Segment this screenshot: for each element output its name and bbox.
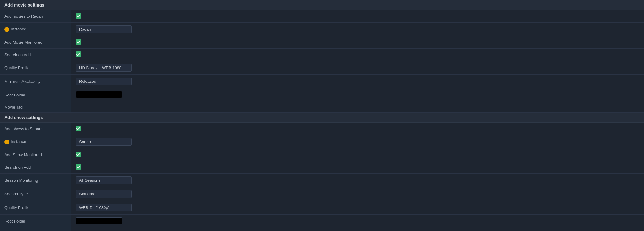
value-show-instance[interactable]: Sonarr: [71, 135, 644, 149]
value-add-shows-to-sonarr[interactable]: [71, 123, 644, 135]
row-movie-instance: !InstanceRadarr: [0, 23, 644, 36]
label-text-movie-minimum-availability: Minimum Availability: [4, 79, 41, 84]
checkbox-movie-search-on-add[interactable]: [76, 51, 81, 57]
value-add-movies-to-radarr[interactable]: [71, 10, 644, 23]
label-text-show-season-monitoring: Season Monitoring: [4, 178, 38, 183]
row-show-season-type: Season TypeStandard: [0, 187, 644, 201]
label-text-show-quality-profile: Quality Profile: [4, 205, 29, 210]
label-movie-quality-profile: Quality Profile: [0, 61, 71, 75]
value-movie-search-on-add[interactable]: [71, 49, 644, 61]
label-add-show-monitored: Add Show Monitored: [0, 149, 71, 161]
section-title-add-show-settings: Add show settings: [0, 113, 644, 123]
label-movie-root-folder: Root Folder: [0, 88, 71, 102]
label-show-season-monitoring: Season Monitoring: [0, 174, 71, 187]
warning-icon: !: [4, 140, 9, 144]
rootfolder-movie-root-folder[interactable]: [76, 91, 122, 98]
label-text-show-search-on-add: Search on Add: [4, 165, 31, 170]
section-header-add-show-settings: Add show settings: [0, 113, 644, 123]
label-show-quality-profile: Quality Profile: [0, 201, 71, 215]
label-show-root-folder: Root Folder: [0, 215, 71, 228]
dropdown-movie-minimum-availability[interactable]: Released: [76, 78, 132, 85]
row-movie-tag: Movie Tag: [0, 102, 644, 113]
value-movie-root-folder[interactable]: [71, 88, 644, 102]
label-text-movie-tag: Movie Tag: [4, 105, 23, 109]
row-add-movie-monitored: Add Movie Monitored: [0, 36, 644, 49]
value-show-quality-profile[interactable]: WEB-DL [1080p]: [71, 201, 644, 215]
label-add-shows-to-sonarr: Add shows to Sonarr: [0, 123, 71, 135]
label-show-season-type: Season Type: [0, 187, 71, 201]
label-add-movies-to-radarr: Add movies to Radarr: [0, 10, 71, 23]
dropdown-movie-quality-profile[interactable]: HD Bluray + WEB 1080p: [76, 64, 132, 72]
label-show-search-on-add: Search on Add: [0, 161, 71, 174]
label-add-movie-monitored: Add Movie Monitored: [0, 36, 71, 49]
label-movie-instance: !Instance: [0, 23, 71, 36]
row-movie-search-on-add: Search on Add: [0, 49, 644, 61]
label-text-show-root-folder: Root Folder: [4, 219, 25, 224]
dropdown-show-season-type[interactable]: Standard: [76, 190, 132, 198]
warning-icon: !: [4, 27, 9, 32]
label-text-movie-root-folder: Root Folder: [4, 93, 25, 97]
row-movie-minimum-availability: Minimum AvailabilityReleased: [0, 75, 644, 88]
value-add-movie-monitored[interactable]: [71, 36, 644, 49]
value-movie-instance[interactable]: Radarr: [71, 23, 644, 36]
row-show-season-monitoring: Season MonitoringAll Seasons: [0, 174, 644, 187]
checkbox-show-search-on-add[interactable]: [76, 164, 81, 170]
label-text-add-show-monitored: Add Show Monitored: [4, 153, 42, 157]
label-text-show-instance: Instance: [11, 139, 26, 144]
row-show-instance: !InstanceSonarr: [0, 135, 644, 149]
dropdown-show-quality-profile[interactable]: WEB-DL [1080p]: [76, 204, 132, 211]
value-movie-tag: [71, 102, 644, 113]
checkbox-add-shows-to-sonarr[interactable]: [76, 126, 81, 131]
rootfolder-show-root-folder[interactable]: [76, 217, 122, 224]
row-show-tag: Show Tag: [0, 228, 644, 231]
checkbox-add-movie-monitored[interactable]: [76, 39, 81, 45]
settings-table: Add movie settingsAdd movies to Radarr!I…: [0, 0, 644, 231]
row-add-movies-to-radarr: Add movies to Radarr: [0, 10, 644, 23]
value-movie-quality-profile[interactable]: HD Bluray + WEB 1080p: [71, 61, 644, 75]
label-text-add-movies-to-radarr: Add movies to Radarr: [4, 14, 43, 19]
value-add-show-monitored[interactable]: [71, 149, 644, 161]
value-show-search-on-add[interactable]: [71, 161, 644, 174]
label-movie-search-on-add: Search on Add: [0, 49, 71, 61]
label-text-movie-search-on-add: Search on Add: [4, 52, 31, 57]
row-show-search-on-add: Search on Add: [0, 161, 644, 174]
label-movie-tag: Movie Tag: [0, 102, 71, 113]
section-title-add-movie-settings: Add movie settings: [0, 0, 644, 10]
row-movie-root-folder: Root Folder: [0, 88, 644, 102]
label-text-show-season-type: Season Type: [4, 192, 28, 196]
row-add-shows-to-sonarr: Add shows to Sonarr: [0, 123, 644, 135]
dropdown-show-instance[interactable]: Sonarr: [76, 138, 132, 146]
row-show-quality-profile: Quality ProfileWEB-DL [1080p]: [0, 201, 644, 215]
section-header-add-movie-settings: Add movie settings: [0, 0, 644, 10]
label-text-add-movie-monitored: Add Movie Monitored: [4, 40, 42, 45]
row-add-show-monitored: Add Show Monitored: [0, 149, 644, 161]
label-text-movie-quality-profile: Quality Profile: [4, 65, 29, 70]
label-text-movie-instance: Instance: [11, 27, 26, 31]
label-text-add-shows-to-sonarr: Add shows to Sonarr: [4, 127, 42, 131]
dropdown-show-season-monitoring[interactable]: All Seasons: [76, 176, 132, 184]
value-show-tag: [71, 228, 644, 231]
checkbox-add-movies-to-radarr[interactable]: [76, 13, 81, 19]
value-show-root-folder[interactable]: [71, 215, 644, 228]
value-movie-minimum-availability[interactable]: Released: [71, 75, 644, 88]
value-show-season-monitoring[interactable]: All Seasons: [71, 174, 644, 187]
value-show-season-type[interactable]: Standard: [71, 187, 644, 201]
label-show-tag: Show Tag: [0, 228, 71, 231]
dropdown-movie-instance[interactable]: Radarr: [76, 25, 132, 33]
label-movie-minimum-availability: Minimum Availability: [0, 75, 71, 88]
row-movie-quality-profile: Quality ProfileHD Bluray + WEB 1080p: [0, 61, 644, 75]
checkbox-add-show-monitored[interactable]: [76, 152, 81, 157]
label-show-instance: !Instance: [0, 135, 71, 149]
row-show-root-folder: Root Folder: [0, 215, 644, 228]
